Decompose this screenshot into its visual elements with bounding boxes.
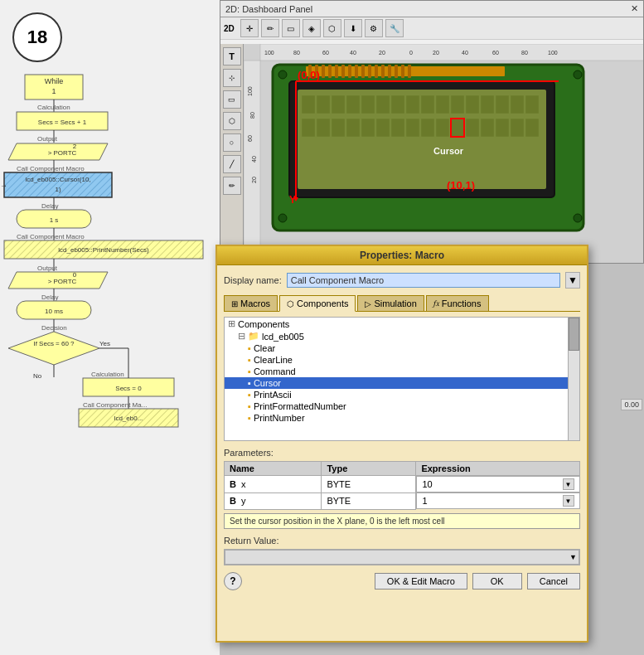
param-x-expr[interactable]: 10 ▼: [416, 476, 579, 492]
svg-rect-97: [361, 95, 375, 114]
params-table: Name Type Expression B x BYTE 10 ▼: [224, 461, 580, 510]
tree-root[interactable]: ⊞ Components: [225, 318, 579, 330]
toolbar-download[interactable]: ⬇: [344, 19, 362, 37]
col-name: Name: [225, 462, 322, 476]
svg-text:100: 100: [548, 50, 558, 56]
svg-rect-90: [408, 65, 411, 78]
tree-printnumber[interactable]: ▪ PrintNumber: [225, 412, 579, 424]
tree-scrollbar[interactable]: [568, 318, 579, 440]
tool-component2[interactable]: ⬡: [223, 112, 241, 130]
param-x-dropdown[interactable]: ▼: [563, 478, 574, 490]
svg-text:40: 40: [251, 156, 257, 163]
return-value-arrow: ▼: [569, 553, 577, 561]
params-label: Parameters:: [224, 448, 580, 458]
item-icon-command: ▪: [248, 366, 251, 376]
dialog-title: Properties: Macro: [360, 250, 444, 261]
tab-components[interactable]: ⬡ Components: [279, 295, 356, 312]
svg-rect-98: [376, 95, 390, 114]
dashboard-sidebar: T ⊹ ▭ ⬡ ○ ╱ ✏: [220, 44, 244, 263]
param-y-expr[interactable]: 1 ▼: [416, 492, 579, 509]
tree-clearline[interactable]: ▪ ClearLine: [225, 354, 579, 366]
tab-components-label: Components: [297, 298, 348, 308]
macros-icon: ⊞: [231, 299, 238, 308]
tab-simulation[interactable]: ▷ Simulation: [357, 295, 424, 311]
tree-printascii[interactable]: ▪ PrintAscii: [225, 389, 579, 400]
svg-text:60: 60: [492, 50, 499, 56]
svg-rect-114: [376, 119, 390, 137]
item-icon-printascii: ▪: [248, 390, 251, 400]
svg-rect-109: [302, 119, 315, 137]
return-value-dropdown-btn[interactable]: ▼: [225, 550, 579, 565]
tree-printformatted[interactable]: ▪ PrintFormattedNumber: [225, 400, 579, 412]
tool-line[interactable]: ╱: [223, 155, 241, 173]
window-close-button[interactable]: ✕: [631, 3, 638, 14]
edit-macro-button[interactable]: OK & Edit Macro: [375, 573, 467, 590]
toolbar-settings[interactable]: ⚙: [365, 19, 383, 37]
toolbar-crosshair[interactable]: ✛: [240, 19, 259, 37]
svg-rect-102: [436, 95, 449, 114]
tab-macros-label: Macros: [240, 298, 270, 308]
param-x-name: B x: [225, 476, 322, 493]
param-y-icon: B: [230, 496, 236, 506]
param-x-type: BYTE: [322, 476, 416, 493]
svg-rect-107: [511, 95, 524, 114]
display-name-input[interactable]: [287, 273, 560, 288]
param-row-x[interactable]: B x BYTE 10 ▼: [225, 476, 580, 493]
svg-rect-87: [388, 65, 391, 78]
tab-functions[interactable]: 𝑓𝑥 Functions: [426, 295, 489, 311]
toolbar-extra[interactable]: 🔧: [385, 19, 404, 37]
canvas-area: 100 80 60 40 20 0 20 40 60 80 100 100 80…: [244, 44, 643, 263]
tree-root-label: Components: [238, 319, 289, 329]
help-button[interactable]: ?: [224, 572, 242, 590]
tree-clear[interactable]: ▪ Clear: [225, 342, 579, 354]
svg-text:80: 80: [249, 112, 255, 119]
toolbar-rect[interactable]: ▭: [282, 19, 300, 37]
return-value-input[interactable]: ▼: [224, 549, 580, 565]
toolbar-diamond[interactable]: ◈: [303, 19, 321, 37]
svg-text:Cursor: Cursor: [433, 146, 464, 156]
tab-macros[interactable]: ⊞ Macros: [224, 295, 278, 311]
tree-cursor[interactable]: ▪ Cursor: [225, 377, 579, 389]
tool-pencil2[interactable]: ✏: [223, 177, 241, 195]
tab-simulation-label: Simulation: [374, 298, 416, 308]
tool-cursor[interactable]: ⊹: [223, 69, 241, 87]
dashboard-title: 2D: Dashboard Panel: [225, 4, 312, 14]
tree-lcd-folder[interactable]: ⊟ 📁 lcd_eb005: [225, 330, 579, 342]
tree-command[interactable]: ▪ Command: [225, 366, 579, 377]
param-y-dropdown[interactable]: ▼: [563, 495, 574, 507]
param-y-value: 1: [422, 496, 427, 506]
svg-rect-93: [302, 95, 315, 114]
svg-rect-82: [355, 65, 358, 78]
toolbar-component[interactable]: ⬡: [323, 19, 341, 37]
svg-text:60: 60: [322, 50, 329, 56]
svg-point-125: [278, 70, 287, 79]
simulation-icon: ▷: [365, 299, 371, 308]
svg-rect-83: [361, 65, 365, 78]
tool-circle[interactable]: ○: [223, 133, 241, 152]
tree-root-icon: ⊞: [228, 318, 235, 329]
ok-button[interactable]: OK: [472, 573, 522, 590]
tree-command-label: Command: [254, 366, 296, 376]
svg-rect-115: [391, 119, 404, 137]
tree-scrollbar-thumb[interactable]: [569, 318, 579, 351]
cancel-button[interactable]: Cancel: [527, 573, 580, 590]
svg-rect-116: [406, 119, 419, 137]
col-type: Type: [322, 462, 416, 476]
params-tbody: B x BYTE 10 ▼ B y BYTE 1: [225, 476, 580, 510]
return-value-label: Return Value:: [224, 536, 580, 546]
display-name-label: Display name:: [224, 275, 282, 285]
tool-text[interactable]: T: [223, 47, 241, 66]
tree-printnumber-label: PrintNumber: [254, 413, 305, 423]
dashboard-toolbar: 2D ✛ ✏ ▭ ◈ ⬡ ⬇ ⚙ 🔧: [220, 17, 643, 40]
display-name-dropdown[interactable]: ▼: [565, 272, 580, 289]
tree-view[interactable]: ⊞ Components ⊟ 📁 lcd_eb005 ▪ Clear ▪ Cle…: [224, 317, 580, 441]
param-row-y[interactable]: B y BYTE 1 ▼: [225, 492, 580, 509]
properties-dialog: Properties: Macro Display name: ▼ ⊞ Macr…: [215, 245, 588, 643]
svg-rect-80: [341, 65, 345, 78]
param-y-type: BYTE: [322, 492, 416, 509]
svg-rect-123: [511, 119, 524, 137]
tabs-row: ⊞ Macros ⬡ Components ▷ Simulation 𝑓𝑥 Fu…: [224, 295, 580, 312]
toolbar-pencil[interactable]: ✏: [261, 19, 279, 37]
tool-rect2[interactable]: ▭: [223, 90, 241, 109]
tooltip-text: Set the cursor position in the X plane, …: [230, 517, 445, 526]
